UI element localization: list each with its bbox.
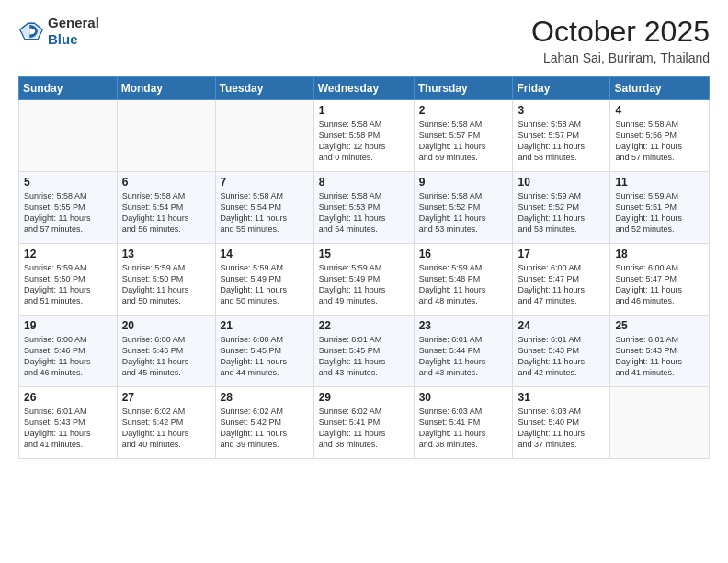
day-number: 10 [518, 176, 605, 189]
day-info: Sunrise: 5:58 AM Sunset: 5:52 PM Dayligh… [419, 190, 508, 236]
day-info: Sunrise: 5:59 AM Sunset: 5:52 PM Dayligh… [518, 190, 605, 236]
calendar-cell: 30Sunrise: 6:03 AM Sunset: 5:41 PM Dayli… [414, 387, 513, 459]
day-number: 19 [24, 319, 112, 332]
day-info: Sunrise: 6:00 AM Sunset: 5:46 PM Dayligh… [24, 334, 112, 379]
header: General Blue October 2025 Lahan Sai, Bur… [18, 15, 710, 65]
day-info: Sunrise: 5:59 AM Sunset: 5:51 PM Dayligh… [615, 190, 704, 236]
weekday-header: Saturday [610, 77, 710, 100]
day-number: 22 [319, 319, 409, 332]
day-info: Sunrise: 6:01 AM Sunset: 5:43 PM Dayligh… [24, 406, 112, 451]
day-info: Sunrise: 5:58 AM Sunset: 5:57 PM Dayligh… [419, 119, 508, 164]
day-number: 15 [319, 247, 409, 260]
day-info: Sunrise: 6:02 AM Sunset: 5:41 PM Dayligh… [319, 406, 409, 451]
day-info: Sunrise: 6:00 AM Sunset: 5:46 PM Dayligh… [122, 334, 210, 379]
day-number: 31 [518, 391, 605, 404]
day-number: 4 [615, 104, 704, 117]
day-number: 24 [518, 319, 605, 332]
title-block: October 2025 Lahan Sai, Buriram, Thailan… [531, 15, 710, 65]
day-number: 27 [122, 391, 210, 404]
day-number: 7 [221, 176, 309, 189]
day-number: 30 [419, 391, 508, 404]
day-info: Sunrise: 5:58 AM Sunset: 5:56 PM Dayligh… [615, 119, 704, 164]
day-number: 25 [615, 319, 704, 332]
day-info: Sunrise: 5:59 AM Sunset: 5:48 PM Dayligh… [419, 262, 508, 307]
calendar-cell: 21Sunrise: 6:00 AM Sunset: 5:45 PM Dayli… [215, 316, 313, 387]
day-number: 2 [419, 104, 508, 117]
day-number: 1 [319, 104, 409, 117]
day-info: Sunrise: 6:00 AM Sunset: 5:47 PM Dayligh… [615, 262, 704, 307]
calendar-cell: 9Sunrise: 5:58 AM Sunset: 5:52 PM Daylig… [414, 172, 513, 244]
logo-blue: Blue [48, 31, 99, 48]
calendar-cell [215, 100, 313, 172]
day-info: Sunrise: 5:59 AM Sunset: 5:50 PM Dayligh… [24, 262, 112, 307]
calendar-cell: 5Sunrise: 5:58 AM Sunset: 5:55 PM Daylig… [19, 172, 118, 244]
calendar-cell: 22Sunrise: 6:01 AM Sunset: 5:45 PM Dayli… [313, 316, 414, 387]
day-info: Sunrise: 5:59 AM Sunset: 5:50 PM Dayligh… [122, 262, 210, 307]
day-number: 17 [518, 247, 605, 260]
calendar-week-row: 5Sunrise: 5:58 AM Sunset: 5:55 PM Daylig… [19, 172, 710, 244]
day-info: Sunrise: 6:03 AM Sunset: 5:40 PM Dayligh… [518, 406, 605, 451]
calendar-cell: 14Sunrise: 5:59 AM Sunset: 5:49 PM Dayli… [215, 244, 313, 316]
day-info: Sunrise: 5:58 AM Sunset: 5:57 PM Dayligh… [518, 119, 605, 164]
day-number: 6 [122, 176, 210, 189]
logo-text: General Blue [48, 15, 99, 48]
day-info: Sunrise: 5:58 AM Sunset: 5:54 PM Dayligh… [122, 190, 210, 236]
day-number: 23 [419, 319, 508, 332]
logo-general: General [48, 15, 99, 31]
day-number: 5 [24, 176, 112, 189]
day-info: Sunrise: 6:03 AM Sunset: 5:41 PM Dayligh… [419, 406, 508, 451]
calendar-cell: 24Sunrise: 6:01 AM Sunset: 5:43 PM Dayli… [513, 316, 610, 387]
calendar-cell: 19Sunrise: 6:00 AM Sunset: 5:46 PM Dayli… [19, 316, 118, 387]
calendar-cell: 11Sunrise: 5:59 AM Sunset: 5:51 PM Dayli… [610, 172, 710, 244]
calendar-cell: 17Sunrise: 6:00 AM Sunset: 5:47 PM Dayli… [513, 244, 610, 316]
day-info: Sunrise: 6:01 AM Sunset: 5:45 PM Dayligh… [319, 334, 409, 379]
calendar-cell: 29Sunrise: 6:02 AM Sunset: 5:41 PM Dayli… [313, 387, 414, 459]
calendar-cell: 31Sunrise: 6:03 AM Sunset: 5:40 PM Dayli… [513, 387, 610, 459]
calendar-cell: 16Sunrise: 5:59 AM Sunset: 5:48 PM Dayli… [414, 244, 513, 316]
calendar-cell: 26Sunrise: 6:01 AM Sunset: 5:43 PM Dayli… [19, 387, 118, 459]
day-info: Sunrise: 6:00 AM Sunset: 5:45 PM Dayligh… [221, 334, 309, 379]
day-number: 16 [419, 247, 508, 260]
calendar-cell: 4Sunrise: 5:58 AM Sunset: 5:56 PM Daylig… [610, 100, 710, 172]
calendar-table: SundayMondayTuesdayWednesdayThursdayFrid… [18, 76, 710, 459]
logo: General Blue [18, 15, 99, 48]
calendar-week-row: 26Sunrise: 6:01 AM Sunset: 5:43 PM Dayli… [19, 387, 710, 459]
calendar-cell: 28Sunrise: 6:02 AM Sunset: 5:42 PM Dayli… [215, 387, 313, 459]
calendar-cell: 8Sunrise: 5:58 AM Sunset: 5:53 PM Daylig… [313, 172, 414, 244]
day-info: Sunrise: 5:58 AM Sunset: 5:54 PM Dayligh… [221, 190, 309, 236]
day-number: 18 [615, 247, 704, 260]
day-number: 26 [24, 391, 112, 404]
month-title: October 2025 [531, 15, 710, 49]
calendar-cell: 2Sunrise: 5:58 AM Sunset: 5:57 PM Daylig… [414, 100, 513, 172]
day-number: 28 [221, 391, 309, 404]
calendar-cell: 12Sunrise: 5:59 AM Sunset: 5:50 PM Dayli… [19, 244, 118, 316]
calendar-cell: 6Sunrise: 5:58 AM Sunset: 5:54 PM Daylig… [117, 172, 215, 244]
day-number: 20 [122, 319, 210, 332]
day-info: Sunrise: 5:59 AM Sunset: 5:49 PM Dayligh… [221, 262, 309, 307]
calendar-cell: 7Sunrise: 5:58 AM Sunset: 5:54 PM Daylig… [215, 172, 313, 244]
weekday-header: Monday [117, 77, 215, 100]
day-info: Sunrise: 5:58 AM Sunset: 5:58 PM Dayligh… [319, 119, 409, 164]
weekday-header: Wednesday [313, 77, 414, 100]
calendar-cell: 25Sunrise: 6:01 AM Sunset: 5:43 PM Dayli… [610, 316, 710, 387]
day-info: Sunrise: 6:01 AM Sunset: 5:44 PM Dayligh… [419, 334, 508, 379]
calendar-header-row: SundayMondayTuesdayWednesdayThursdayFrid… [19, 77, 710, 100]
calendar-cell: 23Sunrise: 6:01 AM Sunset: 5:44 PM Dayli… [414, 316, 513, 387]
calendar-cell: 10Sunrise: 5:59 AM Sunset: 5:52 PM Dayli… [513, 172, 610, 244]
calendar-cell: 1Sunrise: 5:58 AM Sunset: 5:58 PM Daylig… [313, 100, 414, 172]
day-info: Sunrise: 6:01 AM Sunset: 5:43 PM Dayligh… [518, 334, 605, 379]
day-number: 12 [24, 247, 112, 260]
logo-icon [18, 18, 44, 44]
calendar-cell: 18Sunrise: 6:00 AM Sunset: 5:47 PM Dayli… [610, 244, 710, 316]
calendar-week-row: 19Sunrise: 6:00 AM Sunset: 5:46 PM Dayli… [19, 316, 710, 387]
page: General Blue October 2025 Lahan Sai, Bur… [0, 0, 728, 474]
calendar-cell [117, 100, 215, 172]
location-subtitle: Lahan Sai, Buriram, Thailand [531, 51, 710, 65]
day-number: 3 [518, 104, 605, 117]
day-number: 21 [221, 319, 309, 332]
weekday-header: Tuesday [215, 77, 313, 100]
calendar-cell [19, 100, 118, 172]
day-info: Sunrise: 6:01 AM Sunset: 5:43 PM Dayligh… [615, 334, 704, 379]
weekday-header: Thursday [414, 77, 513, 100]
weekday-header: Sunday [19, 77, 118, 100]
